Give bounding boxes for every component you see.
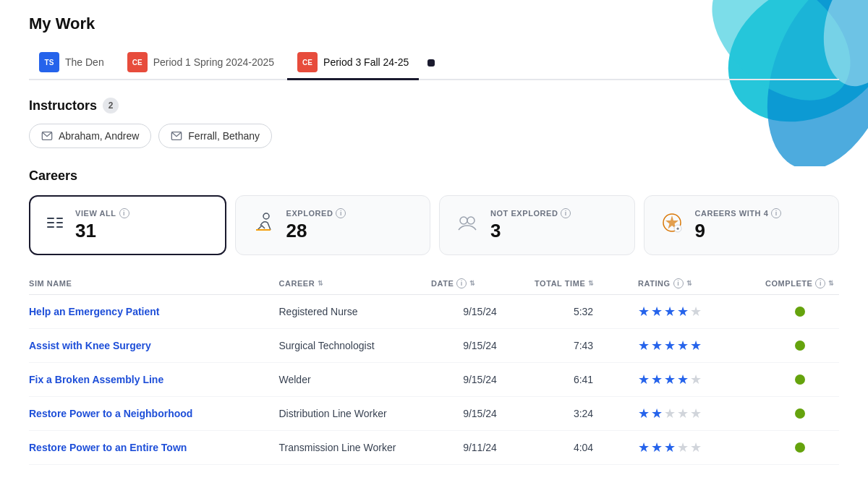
rating-2: ★ ★ ★ ★ ★ <box>638 372 755 388</box>
careers-title: Careers <box>29 168 839 184</box>
career-card-view-all[interactable]: VIEW ALL i 31 <box>29 195 226 255</box>
not-explored-info-icon[interactable]: i <box>561 208 571 218</box>
svg-point-15 <box>467 217 475 224</box>
svg-rect-6 <box>47 218 54 219</box>
career-sort-icon: ⇅ <box>318 280 324 287</box>
th-complete[interactable]: COMPLETE i ⇅ <box>761 278 839 288</box>
sims-table: SIM NAME CAREER ⇅ DATE i ⇅ TOTAL TIME ⇅ … <box>29 273 839 465</box>
table-row: Restore Power to an Entire Town Transmis… <box>29 431 839 465</box>
svg-rect-11 <box>56 226 63 228</box>
complete-4 <box>761 442 839 453</box>
sim-name-0[interactable]: Help an Emergency Patient <box>29 306 273 317</box>
not-explored-icon <box>454 210 480 241</box>
explored-info: EXPLORED i 28 <box>286 208 346 242</box>
table-row: Fix a Broken Assembly Line Welder 9/15/2… <box>29 363 839 397</box>
careers-with-4-label: CAREERS WITH 4 i <box>695 208 782 218</box>
careers-with-4-icon: + <box>659 210 685 241</box>
rating-0: ★ ★ ★ ★ ★ <box>638 304 755 320</box>
career-4: Transmission Line Worker <box>279 442 426 453</box>
career-3: Distribution Line Worker <box>279 408 426 419</box>
instructors-header: Instructors 2 <box>29 98 839 114</box>
view-all-info: VIEW ALL i 31 <box>75 208 129 242</box>
tab-period1[interactable]: CE Period 1 Spring 2024-2025 <box>117 46 284 80</box>
explored-info-icon[interactable]: i <box>336 208 346 218</box>
explored-label: EXPLORED i <box>286 208 346 218</box>
rating-sort-icon: ⇅ <box>686 280 693 287</box>
time-2: 6:41 <box>535 374 632 385</box>
th-total-time[interactable]: TOTAL TIME ⇅ <box>535 278 632 288</box>
careers-with-4-count: 9 <box>695 220 782 242</box>
complete-sort-icon: ⇅ <box>828 280 835 287</box>
tab-the-den[interactable]: TS The Den <box>29 46 114 80</box>
view-all-label: VIEW ALL i <box>75 208 129 218</box>
tab-icon-ts: TS <box>39 52 59 72</box>
sim-name-3[interactable]: Restore Power to a Neighborhood <box>29 408 273 419</box>
careers-with-4-info: CAREERS WITH 4 i 9 <box>695 208 782 242</box>
complete-3 <box>761 408 839 419</box>
time-4: 4:04 <box>535 442 632 453</box>
complete-2 <box>761 374 839 385</box>
tab-icon-ce2: CE <box>297 52 318 72</box>
date-1: 9/15/24 <box>431 340 529 351</box>
svg-rect-10 <box>56 222 63 223</box>
sim-name-2[interactable]: Fix a Broken Assembly Line <box>29 374 273 385</box>
rating-4: ★ ★ ★ ★ ★ <box>638 440 755 455</box>
instructors-row: Abraham, Andrew Ferrall, Bethany <box>29 124 839 148</box>
date-sort-icon: ⇅ <box>469 280 476 287</box>
date-2: 9/15/24 <box>431 374 529 385</box>
instructor-ferrall[interactable]: Ferrall, Bethany <box>158 124 272 148</box>
rating-1: ★ ★ ★ ★ ★ <box>638 338 755 354</box>
time-3: 3:24 <box>535 408 632 419</box>
not-explored-info: NOT EXPLORED i 3 <box>490 208 571 242</box>
tabs-row: TS The Den CE Period 1 Spring 2024-2025 … <box>29 46 839 80</box>
instructors-count: 2 <box>103 98 119 114</box>
time-sort-icon: ⇅ <box>588 280 595 287</box>
career-0: Registered Nurse <box>279 306 426 317</box>
complete-dot-3 <box>795 408 805 419</box>
th-sim-name: SIM NAME <box>29 278 273 288</box>
not-explored-label: NOT EXPLORED i <box>490 208 571 218</box>
svg-point-12 <box>263 213 269 219</box>
sim-name-1[interactable]: Assist with Knee Surgery <box>29 340 273 351</box>
complete-1 <box>761 341 839 351</box>
table-row: Restore Power to a Neighborhood Distribu… <box>29 397 839 431</box>
svg-point-14 <box>460 217 467 224</box>
explored-count: 28 <box>286 220 346 242</box>
complete-info-icon[interactable]: i <box>815 278 825 288</box>
tab-icon-ce1: CE <box>127 52 148 72</box>
complete-0 <box>761 307 839 317</box>
complete-dot-2 <box>795 374 805 385</box>
th-rating[interactable]: RATING i ⇅ <box>638 278 755 288</box>
career-card-with-4[interactable]: + CAREERS WITH 4 i 9 <box>644 195 840 255</box>
complete-dot-1 <box>795 341 805 351</box>
tab-active-indicator <box>427 59 435 67</box>
table-row: Help an Emergency Patient Registered Nur… <box>29 295 839 329</box>
svg-rect-9 <box>56 218 63 219</box>
date-info-icon[interactable]: i <box>456 278 467 288</box>
complete-dot-4 <box>795 442 805 453</box>
rating-3: ★ ★ ★ ★ ★ <box>638 406 755 421</box>
svg-text:+: + <box>676 226 678 231</box>
email-icon <box>41 130 53 142</box>
career-2: Welder <box>279 374 426 385</box>
rating-info-icon[interactable]: i <box>673 278 684 288</box>
email-icon-2 <box>171 130 182 142</box>
career-card-explored[interactable]: EXPLORED i 28 <box>235 195 431 255</box>
view-all-icon <box>45 213 65 238</box>
sim-name-4[interactable]: Restore Power to an Entire Town <box>29 442 273 453</box>
time-1: 7:43 <box>535 340 632 351</box>
not-explored-count: 3 <box>490 220 571 242</box>
table-row: Assist with Knee Surgery Surgical Techno… <box>29 329 839 363</box>
th-date[interactable]: DATE i ⇅ <box>431 278 529 288</box>
view-all-info-icon[interactable]: i <box>119 208 129 218</box>
th-career[interactable]: CAREER ⇅ <box>279 278 426 288</box>
career-card-not-explored[interactable]: NOT EXPLORED i 3 <box>439 195 635 255</box>
date-3: 9/15/24 <box>431 408 529 419</box>
date-4: 9/11/24 <box>431 442 529 453</box>
career-1: Surgical Technologist <box>279 340 426 351</box>
table-header: SIM NAME CAREER ⇅ DATE i ⇅ TOTAL TIME ⇅ … <box>29 273 839 295</box>
careers-with-4-info-icon[interactable]: i <box>771 208 781 218</box>
instructor-abraham[interactable]: Abraham, Andrew <box>29 124 151 148</box>
svg-rect-7 <box>47 222 54 223</box>
tab-period3[interactable]: CE Period 3 Fall 24-25 <box>287 46 419 80</box>
